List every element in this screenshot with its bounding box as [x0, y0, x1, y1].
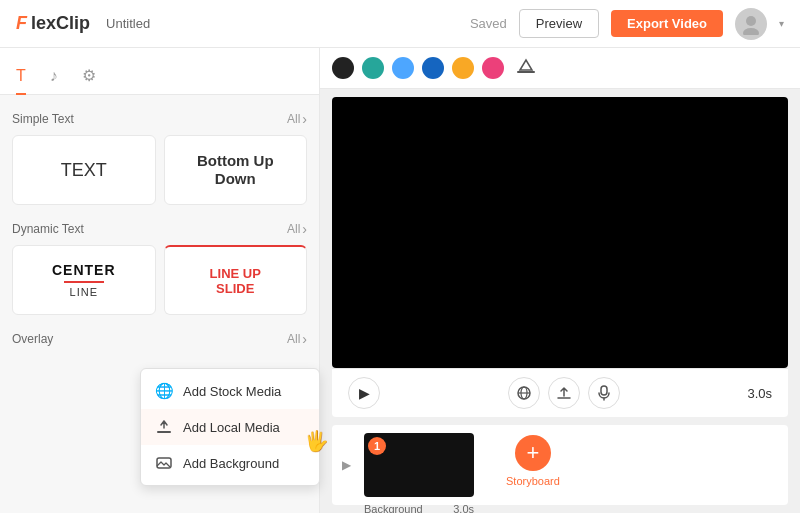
color-bar	[320, 48, 800, 89]
dynamic-text-all[interactable]: All	[287, 221, 307, 237]
preview-button[interactable]: Preview	[519, 9, 599, 38]
upload-button[interactable]	[548, 377, 580, 409]
fill-color-icon[interactable]	[516, 56, 536, 80]
dropdown-background-label: Add Background	[183, 456, 279, 471]
timeline-wrapper: ▶ 1 Background 3.0s	[364, 433, 474, 497]
color-swatch-yellow[interactable]	[452, 57, 474, 79]
color-swatch-teal[interactable]	[362, 57, 384, 79]
overlay-all[interactable]: All	[287, 331, 307, 347]
storyboard-label: Storyboard	[506, 475, 560, 487]
dropdown-item-local[interactable]: Add Local Media 🖐	[141, 409, 319, 445]
background-icon	[155, 454, 173, 472]
right-area: ▶	[320, 48, 800, 513]
svg-point-0	[746, 16, 756, 26]
timeline-item-label: Background	[364, 503, 423, 513]
dynamic-text-title: Dynamic Text	[12, 222, 84, 236]
overlay-header: Overlay All	[12, 331, 307, 347]
left-panel: T ♪ ⚙ Simple Text All TEXT Bottom UpDown…	[0, 48, 320, 513]
dynamic-text-grid: CENTER LINE LINE UP SLIDE	[12, 245, 307, 315]
dynamic-text-header: Dynamic Text All	[12, 221, 307, 237]
dropdown-local-label: Add Local Media	[183, 420, 280, 435]
color-swatch-blue-dark[interactable]	[422, 57, 444, 79]
logo-f: F	[16, 13, 27, 34]
color-swatch-black[interactable]	[332, 57, 354, 79]
avatar[interactable]	[735, 8, 767, 40]
saved-status: Saved	[470, 16, 507, 31]
local-media-icon	[155, 418, 173, 436]
panel-tabs: T ♪ ⚙	[0, 48, 319, 95]
simple-text-header: Simple Text All	[12, 111, 307, 127]
mic-button[interactable]	[588, 377, 620, 409]
tab-music[interactable]: ♪	[50, 59, 58, 95]
export-button[interactable]: Export Video	[611, 10, 723, 37]
text-card-slide[interactable]: LINE UP SLIDE	[164, 245, 308, 315]
timeline-play-icon[interactable]: ▶	[342, 458, 351, 472]
overlay-section: Overlay All	[12, 331, 307, 347]
play-button[interactable]: ▶	[348, 377, 380, 409]
main-layout: T ♪ ⚙ Simple Text All TEXT Bottom UpDown…	[0, 48, 800, 513]
text-card-plain[interactable]: TEXT	[12, 135, 156, 205]
color-swatch-blue-light[interactable]	[392, 57, 414, 79]
overlay-title: Overlay	[12, 332, 53, 346]
storyboard-add-icon: +	[515, 435, 551, 471]
timeline: ▶ 1 Background 3.0s + Storyboard	[332, 425, 788, 505]
add-media-dropdown: 🌐 Add Stock Media Add Local Media 🖐	[140, 368, 320, 486]
dropdown-item-background[interactable]: Add Background	[141, 445, 319, 481]
timeline-badge: 1	[368, 437, 386, 455]
stock-media-icon: 🌐	[155, 382, 173, 400]
tab-settings[interactable]: ⚙	[82, 58, 96, 95]
avatar-dropdown-arrow[interactable]: ▾	[779, 18, 784, 29]
color-swatch-pink[interactable]	[482, 57, 504, 79]
svg-rect-7	[601, 386, 607, 395]
video-preview	[332, 97, 788, 368]
simple-text-grid: TEXT Bottom UpDown	[12, 135, 307, 205]
simple-text-title: Simple Text	[12, 112, 74, 126]
app-logo: F lexClip	[16, 13, 90, 34]
timeline-item-duration: 3.0s	[453, 503, 474, 513]
timeline-item[interactable]: 1 Background 3.0s	[364, 433, 474, 497]
storyboard-button[interactable]: + Storyboard	[506, 435, 560, 487]
text-card-bold[interactable]: Bottom UpDown	[164, 135, 308, 205]
simple-text-all[interactable]: All	[287, 111, 307, 127]
video-time: 3.0s	[747, 386, 772, 401]
tab-text[interactable]: T	[16, 59, 26, 95]
video-controls: ▶	[332, 368, 788, 417]
svg-point-1	[743, 28, 759, 35]
globe-button[interactable]	[508, 377, 540, 409]
logo-rest: lexClip	[31, 13, 90, 34]
dropdown-stock-label: Add Stock Media	[183, 384, 281, 399]
text-card-center[interactable]: CENTER LINE	[12, 245, 156, 315]
dropdown-item-stock[interactable]: 🌐 Add Stock Media	[141, 373, 319, 409]
app-header: F lexClip Untitled Saved Preview Export …	[0, 0, 800, 48]
svg-rect-2	[157, 431, 171, 433]
project-title[interactable]: Untitled	[106, 16, 150, 31]
control-icons	[508, 377, 620, 409]
